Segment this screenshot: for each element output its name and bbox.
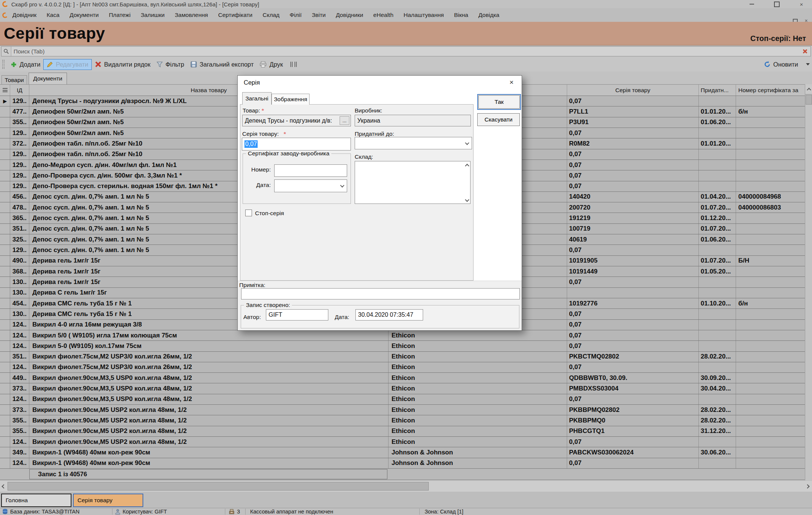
menu-item[interactable]: Сертифікати [218, 12, 252, 18]
cell-id: 477.. [10, 106, 29, 117]
menu-item[interactable]: Звіти [312, 12, 326, 18]
cell-series: R0M82 [567, 138, 699, 149]
cell-cert [736, 245, 805, 255]
add-button[interactable]: Додати [8, 59, 43, 70]
column-header-valid[interactable]: Придатн... [699, 85, 736, 96]
search-input[interactable] [11, 47, 799, 56]
refresh-button[interactable]: Оновити [761, 59, 801, 70]
table-row[interactable]: 449..Викрил фиолет.90см,М3,5 USP0 кол.иг… [0, 373, 805, 383]
menu-item[interactable]: Філії [290, 12, 302, 18]
scroll-right-icon[interactable] [804, 481, 811, 492]
note-field[interactable] [241, 288, 520, 299]
columns-icon[interactable] [290, 61, 298, 68]
window-title: Скарб pro v. 4.0.0.2 [ІД: ] - [Апт №003 … [11, 1, 259, 8]
cert-date-combobox[interactable] [274, 179, 347, 192]
series-field[interactable]: 0,07 [242, 138, 351, 150]
cert-number-field[interactable] [274, 164, 347, 177]
table-row[interactable]: 373..Викрил фиолет.90см,М3,5 USP0 кол.иг… [0, 383, 805, 394]
bottom-tab-series[interactable]: Серія товару [73, 494, 143, 507]
valid-until-combobox[interactable] [355, 137, 472, 149]
stock-textarea[interactable] [355, 161, 471, 204]
cell-valid: 01.07.20... [699, 256, 736, 266]
manufacturer-field[interactable]: Украина [355, 115, 471, 126]
product-field[interactable]: Депенд Трусы - подгузники д/в: ... [242, 115, 351, 126]
filter-button[interactable]: Фільтр [153, 59, 187, 70]
page-header: Серії товару Стоп-серії: Нет [0, 22, 812, 46]
scroll-up-icon[interactable] [465, 164, 469, 168]
menu-item[interactable]: Платежі [109, 12, 131, 18]
cell-mfr: Ethicon [389, 330, 567, 340]
table-row[interactable]: 373..Викрил фиолет.90см,М5 USP2 кол.игла… [0, 405, 805, 415]
maximize-button[interactable] [773, 1, 780, 7]
tab-tovary[interactable]: Товари [2, 75, 27, 84]
cell-cert [736, 394, 805, 404]
menu-item[interactable]: Вікна [454, 12, 468, 18]
row-indicator [0, 106, 10, 117]
vertical-scroll-thumb[interactable] [806, 95, 812, 105]
search-clear-icon[interactable] [799, 47, 810, 56]
column-header-series[interactable]: Серія товару [567, 85, 699, 96]
menu-item[interactable]: Налаштування [404, 12, 444, 18]
menu-item[interactable]: Каса [47, 12, 59, 18]
tab-dokumenty[interactable]: Документи [29, 73, 67, 84]
cell-mfr: Ethicon [389, 362, 567, 372]
status-cash-register: Кассовый аппарат не подключен [250, 509, 333, 515]
table-row[interactable]: 351..Викрил фиолет.75см,М2 USP3/0 кол.иг… [0, 352, 805, 362]
menu-item[interactable]: Замовлення [175, 12, 208, 18]
table-row[interactable]: 124..Викрил-1 (W9468) 40мм кол-реж 90смJ… [0, 458, 805, 469]
menu-item[interactable]: Довідка [478, 12, 499, 18]
dialog-tab-images[interactable]: Зображення [272, 94, 310, 105]
menu-item[interactable]: Довідник [12, 12, 36, 18]
refresh-dropdown-icon[interactable] [806, 63, 810, 65]
print-button[interactable]: Друк [257, 59, 286, 70]
stop-series-checkbox[interactable] [245, 210, 252, 216]
horizontal-scrollbar[interactable] [0, 481, 812, 492]
close-button[interactable]: × [798, 1, 805, 7]
cell-id: 355.. [10, 117, 29, 128]
author-field[interactable]: GIFT [266, 309, 328, 321]
table-row[interactable]: 355..Викрил фиолет.90см,М5 USP2 кол.игла… [0, 426, 805, 437]
edit-button[interactable]: Редагувати [43, 59, 91, 70]
cell-valid: 30.04.20... [699, 383, 736, 393]
cell-id: 129.. [10, 149, 29, 160]
menu-item[interactable]: Склад [263, 12, 279, 18]
column-chooser-icon[interactable] [0, 85, 10, 96]
table-row[interactable]: 124..Викрил фиолет.90см,М5 USP2 кол.игла… [0, 437, 805, 447]
menu-item[interactable]: Довідники [336, 12, 363, 18]
product-browse-button[interactable]: ... [340, 116, 349, 125]
selected-text: 0,07 [244, 140, 258, 148]
export-button[interactable]: Загальний експорт [187, 59, 257, 70]
cancel-button[interactable]: Скасувати [477, 113, 520, 126]
dialog-tab-general[interactable]: Загальні [242, 92, 272, 105]
delete-row-button[interactable]: Видалити рядок [92, 59, 153, 70]
column-header-id[interactable]: ІД [10, 85, 29, 96]
horizontal-scroll-thumb[interactable] [8, 482, 429, 491]
created-date-field[interactable]: 30.04.2020 07:35:47 [355, 309, 423, 321]
note-label: Примітка: [239, 282, 266, 289]
stop-series-status: Стоп-серії: Нет [750, 34, 806, 43]
dialog-close-icon[interactable]: × [507, 78, 516, 87]
scroll-left-icon[interactable] [0, 481, 8, 492]
menu-item[interactable]: eHealth [373, 12, 393, 18]
cell-valid [699, 437, 736, 447]
menu-item[interactable]: Документи [70, 12, 99, 18]
minimize-button[interactable] [748, 1, 756, 7]
cell-cert [736, 437, 805, 447]
table-row[interactable]: 349..Викрил-1 (W9468) 40мм кол-реж 90смJ… [0, 447, 805, 458]
menu-item[interactable]: Залишки [141, 12, 165, 18]
table-row[interactable]: 124..Викрил фиолет.75см,М2 USP3/0 кол.иг… [0, 362, 805, 373]
scroll-up-icon[interactable] [805, 84, 812, 94]
scroll-down-icon[interactable] [465, 197, 469, 202]
bottom-tab-home[interactable]: Головна [1, 494, 71, 507]
table-row[interactable]: 355..Викрил фиолет.90см,М5 USP2 кол.игла… [0, 415, 805, 426]
table-row[interactable]: 124..Викрил фиолет.90см,М3,5 USP0 кол.иг… [0, 394, 805, 405]
table-row[interactable]: 124..Викрил 5/0 ( W9105) игла 17мм колющ… [0, 330, 805, 341]
cell-id: 129.. [10, 245, 29, 255]
row-indicator [0, 117, 10, 128]
column-header-certificate[interactable]: Номер сертифіката за [736, 85, 805, 96]
ok-button[interactable]: Так [478, 95, 520, 109]
table-row[interactable]: 124..Викрил 5-0 (W9105) кол.17мм 75смEth… [0, 341, 805, 351]
vertical-scrollbar[interactable] [805, 84, 812, 480]
product-label: Товар: [243, 107, 260, 114]
cell-cert [736, 309, 805, 319]
